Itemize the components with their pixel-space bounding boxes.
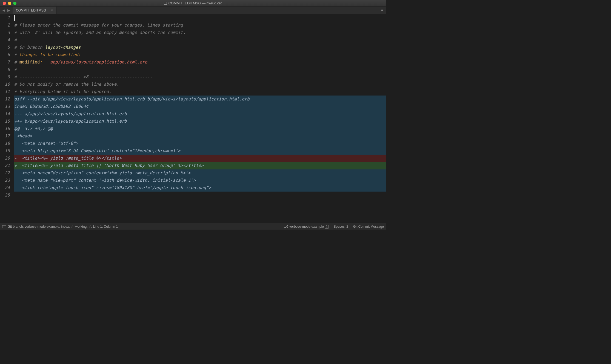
editor[interactable]: 1234567891011121314151617181920212223242…	[0, 14, 386, 223]
gutter-line-number: 21	[3, 162, 10, 169]
status-text: Git branch: verbose-mode-example, index:…	[8, 225, 118, 229]
gutter-line-number: 19	[3, 147, 10, 155]
code-line: <head>	[14, 132, 386, 140]
gutter-line-number: 7	[3, 59, 10, 66]
gutter-line-number: 8	[3, 66, 10, 73]
code-line: index 0b9d83d..c58ba92 100644	[14, 103, 386, 110]
status-branch-name: verbose-mode-example	[289, 225, 324, 229]
gutter-line-number: 1	[3, 14, 10, 22]
code-area[interactable]: # Please enter the commit message for yo…	[14, 14, 386, 223]
close-window-button[interactable]	[3, 2, 6, 5]
gutter-line-number: 22	[3, 169, 10, 177]
tab-label: COMMIT_EDITMSG	[16, 8, 46, 12]
code-line: diff --git a/app/views/layouts/applicati…	[14, 96, 386, 103]
nav-forward-button[interactable]: ▶	[7, 8, 11, 12]
branch-icon: ⎇	[284, 224, 288, 229]
gutter-line-number: 24	[3, 184, 10, 192]
gutter-line-number: 20	[3, 155, 10, 162]
gutter-line-number: 16	[3, 125, 10, 132]
traffic-lights	[0, 2, 16, 5]
code-line: # On branch layout-changes	[14, 44, 386, 51]
code-line: <meta name="viewport" content="width=dev…	[14, 177, 386, 184]
window-title: COMMIT_EDITMSG — nwrug.org	[164, 1, 222, 5]
code-line: #	[14, 66, 386, 73]
gutter-line-number: 3	[3, 29, 10, 36]
code-line: # Please enter the commit message for yo…	[14, 22, 386, 29]
statusbar: Git branch: verbose-mode-example, index:…	[0, 223, 386, 230]
tab-commit-editmsg[interactable]: COMMIT_EDITMSG ×	[13, 7, 57, 14]
menu-button[interactable]: ≡	[378, 7, 386, 14]
code-line: # modified: app/views/layouts/applicatio…	[14, 59, 386, 66]
gutter-line-number: 11	[3, 88, 10, 96]
code-line: <link rel="apple-touch-icon" sizes="180x…	[14, 184, 386, 192]
status-left: Git branch: verbose-mode-example, index:…	[2, 225, 118, 229]
code-line: <meta charset="utf-8">	[14, 140, 386, 147]
gutter-line-number: 5	[3, 44, 10, 51]
gutter-line-number: 15	[3, 118, 10, 125]
window-title-text: COMMIT_EDITMSG — nwrug.org	[168, 1, 222, 5]
code-line: <meta http-equiv="X-UA-Compatible" conte…	[14, 147, 386, 155]
code-line: - <title><%= yield :meta_title %></title…	[14, 155, 386, 162]
gutter-line-number: 17	[3, 132, 10, 140]
gutter: 1234567891011121314151617181920212223242…	[0, 14, 14, 223]
gutter-line-number: 4	[3, 36, 10, 44]
tab-close-button[interactable]: ×	[51, 8, 53, 12]
gutter-line-number: 14	[3, 110, 10, 118]
status-branch[interactable]: ⎇ verbose-mode-example 1	[284, 224, 329, 229]
text-cursor	[14, 15, 15, 21]
nav-back-button[interactable]: ◀	[2, 8, 6, 12]
code-line: # Changes to be committed:	[14, 51, 386, 59]
code-line: # Do not modify or remove the line above…	[14, 81, 386, 88]
code-line: + <title><%= yield :meta_title || 'North…	[14, 162, 386, 169]
tab-bar: ◀ ▶ COMMIT_EDITMSG × ≡	[0, 7, 386, 14]
gutter-line-number: 2	[3, 22, 10, 29]
status-spaces[interactable]: Spaces: 2	[334, 225, 348, 229]
gutter-line-number: 10	[3, 81, 10, 88]
gutter-line-number: 23	[3, 177, 10, 184]
minimize-window-button[interactable]	[8, 2, 11, 5]
document-icon	[164, 2, 167, 5]
titlebar: COMMIT_EDITMSG — nwrug.org	[0, 0, 386, 7]
panel-icon[interactable]	[2, 225, 6, 228]
status-syntax-mode[interactable]: Git Commit Message	[353, 225, 384, 229]
gutter-line-number: 13	[3, 103, 10, 110]
gutter-line-number: 6	[3, 51, 10, 59]
status-right: ⎇ verbose-mode-example 1 Spaces: 2 Git C…	[284, 224, 384, 229]
gutter-line-number: 9	[3, 73, 10, 81]
gutter-line-number: 18	[3, 140, 10, 147]
code-line: # with '#' will be ignored, and an empty…	[14, 29, 386, 36]
gutter-line-number: 12	[3, 96, 10, 103]
code-line: # Everything below it will be ignored.	[14, 88, 386, 96]
code-line	[14, 192, 386, 199]
maximize-window-button[interactable]	[13, 2, 16, 5]
code-line	[14, 14, 386, 22]
nav-arrows: ◀ ▶	[0, 7, 13, 14]
code-line: # ------------------------ >8 ----------…	[14, 73, 386, 81]
code-line: --- a/app/views/layouts/application.html…	[14, 110, 386, 118]
code-line: @@ -3,7 +3,7 @@	[14, 125, 386, 132]
code-line: +++ b/app/views/layouts/application.html…	[14, 118, 386, 125]
code-line: <meta name="description" content="<%= yi…	[14, 169, 386, 177]
code-line: #	[14, 36, 386, 44]
gutter-line-number: 25	[3, 192, 10, 199]
status-branch-count: 1	[325, 225, 329, 229]
